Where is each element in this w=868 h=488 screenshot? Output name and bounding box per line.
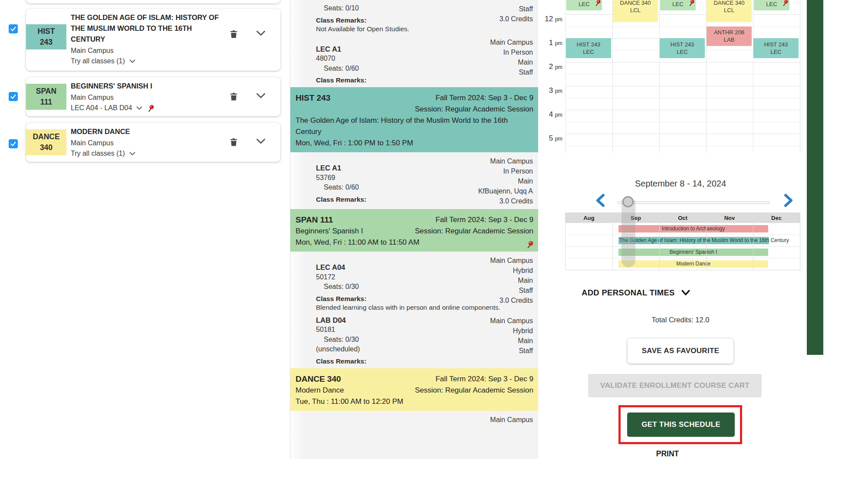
class-selection-row[interactable]: LEC A04 - LAB D04: [71, 103, 223, 113]
calendar-event[interactable]: DANCE 340LCL: [707, 0, 752, 22]
time-label: 12 pm: [538, 15, 562, 23]
timeline-month-border: [659, 213, 660, 270]
course-card[interactable]: SPAN111BEGINNERS' SPANISH IMain CampusLE…: [26, 77, 280, 116]
total-credits-label: Total Credits: 12.0: [563, 316, 798, 324]
course-summary-block[interactable]: Fall Term 2024: Sep 3 - Dec 9Session: Re…: [290, 209, 539, 252]
delete-course-button[interactable]: [229, 137, 239, 147]
timeline-course-bar: Introduction to Archaeology: [618, 225, 768, 233]
event-label-line: LAB: [724, 36, 735, 43]
section-meta-line: Staff: [500, 4, 533, 14]
calendar-event[interactable]: SPAN 111LEC: [754, 0, 789, 10]
course-badge-line: 111: [40, 97, 52, 108]
half-hour-gridline: [566, 98, 800, 98]
pushpin-icon: [594, 0, 602, 7]
pushpin-icon: [147, 104, 155, 112]
class-remarks-label: Class Remarks:: [316, 76, 366, 84]
event-label-line: DANCE 340: [714, 0, 745, 7]
class-selection-row[interactable]: Try all classes (1): [71, 56, 223, 66]
course-badge-line: SPAN: [36, 86, 56, 97]
term-dates: Fall Term 2024: Sep 3 - Dec 9: [415, 92, 533, 104]
previous-week-button[interactable]: [594, 193, 608, 208]
section-meta-line: Main: [490, 275, 533, 285]
delete-course-button[interactable]: [229, 92, 239, 102]
calendar-event[interactable]: HIST 243LEC: [566, 38, 611, 58]
event-label-line: DANCE 340: [620, 0, 651, 7]
course-badge-line: 243: [40, 37, 53, 48]
hour-gridline: [566, 62, 800, 62]
class-selection-row[interactable]: Try all classes (1): [71, 148, 223, 159]
week-slider-track[interactable]: [618, 201, 770, 204]
course-details-panel[interactable]: Staff3.0 CreditsSeats: 0/10Class Remarks…: [290, 0, 539, 459]
class-section-detail: Main CampusHybridMainStaffLAB D0450181Se…: [290, 315, 539, 366]
section-meta-line: Main Campus: [478, 156, 533, 166]
calendar-event[interactable]: HIST 243LEC: [753, 38, 799, 58]
session-label: Session: Regular Academic Session: [415, 226, 533, 237]
section-meta-right: Main CampusIn PersonMainKfBuajenn, Uqq A…: [478, 156, 533, 206]
course-badge-line: HIST: [38, 26, 55, 37]
course-summary-block[interactable]: Fall Term 2024: Sep 3 - Dec 9Session: Re…: [290, 368, 539, 411]
section-meta-line: Main: [490, 336, 533, 346]
course-card-text: BEGINNERS' SPANISH IMain CampusLEC A04 -…: [71, 81, 223, 113]
next-week-button[interactable]: [780, 193, 795, 208]
half-hour-gridline: [566, 122, 800, 122]
validate-enrollment-cart-button[interactable]: VALIDATE ENROLLMENT COURSE CART: [588, 374, 762, 397]
section-meta-right: Staff3.0 Credits: [500, 4, 533, 24]
course-card[interactable]: HIST243THE GOLDEN AGE OF ISLAM: HISTORY …: [26, 9, 280, 71]
hour-gridline: [566, 86, 800, 86]
course-title: BEGINNERS' SPANISH I: [71, 81, 223, 92]
expand-course-button[interactable]: [256, 30, 266, 41]
chevron-down-icon: [136, 106, 142, 110]
course-checkbox[interactable]: [9, 92, 18, 101]
calendar-event[interactable]: SPAN 111LEC: [566, 0, 602, 10]
course-title: MODERN DANCE: [71, 126, 223, 137]
course-badge: DANCE340: [26, 129, 66, 155]
course-meeting-times: Mon, Wed, Fri : 1:00 PM to 1:50 PM: [296, 138, 533, 149]
course-checkbox[interactable]: [9, 24, 18, 33]
section-meta-line: Main: [490, 57, 533, 67]
chevron-down-icon: [129, 59, 135, 63]
section-meta-line: KfBuajenn, Uqq A: [478, 186, 533, 196]
term-dates: Fall Term 2024: Sep 3 - Dec 9: [415, 373, 533, 385]
save-as-favourite-button[interactable]: SAVE AS FAVOURITE: [628, 338, 733, 364]
time-label: 3 pm: [538, 86, 562, 95]
pinned-indicator: [526, 240, 534, 251]
class-section-detail: Main CampusIn PersonMainStaffLEC A148070…: [290, 37, 539, 85]
course-card[interactable]: DANCE340MODERN DANCEMain CampusTry all c…: [26, 123, 280, 162]
event-label-line: LEC: [677, 48, 687, 56]
get-this-schedule-button[interactable]: GET THIS SCHEDULE: [627, 413, 735, 437]
schedule-builder-screen: HIST243THE GOLDEN AGE OF ISLAM: HISTORY …: [0, 0, 868, 488]
section-meta-line: Main Campus: [490, 316, 533, 326]
calendar-event[interactable]: DANCE 340LCL: [613, 0, 658, 22]
section-meta-line: Main: [478, 176, 533, 186]
half-hour-gridline: [566, 146, 800, 146]
chevron-down-icon: [256, 30, 266, 36]
session-label: Session: Regular Academic Session: [415, 104, 533, 115]
trash-icon: [229, 29, 239, 39]
week-slider-handle[interactable]: [622, 196, 634, 207]
event-label-line: LEC: [766, 0, 777, 8]
term-timeline: AugSepOctNovDec Introduction to Archaeol…: [565, 213, 800, 270]
pushpin-icon: [688, 0, 695, 7]
timeline-current-week-shade: [621, 200, 635, 267]
expand-course-button[interactable]: [256, 93, 266, 103]
expand-course-button[interactable]: [256, 138, 266, 149]
calendar-event[interactable]: HIST 243LEC: [660, 38, 705, 58]
class-selection-label: Try all classes (1): [71, 148, 125, 159]
print-button[interactable]: PRINT: [563, 449, 772, 459]
timeline-month-label: Sep: [612, 213, 659, 223]
section-meta-line: Staff: [490, 346, 533, 356]
event-label-line: HIST 243: [577, 41, 601, 48]
calendar-event[interactable]: ANTHR 206LAB: [707, 26, 752, 46]
section-meta-line: Hybrid: [490, 326, 533, 336]
check-icon: [10, 141, 16, 147]
class-remarks-label: Class Remarks:: [316, 196, 366, 203]
course-term-info: Fall Term 2024: Sep 3 - Dec 9Session: Re…: [415, 92, 533, 115]
section-meta-line: In Person: [490, 47, 533, 57]
course-summary-block[interactable]: Fall Term 2024: Sep 3 - Dec 9Session: Re…: [290, 87, 539, 152]
add-personal-times-button[interactable]: ADD PERSONAL TIMES: [582, 288, 690, 298]
event-label-line: LCL: [724, 7, 734, 14]
course-checkbox[interactable]: [9, 139, 18, 148]
calendar-event[interactable]: SPAN 111LEC: [660, 0, 696, 10]
event-label-line: ANTHR 206: [714, 29, 744, 36]
delete-course-button[interactable]: [229, 29, 239, 39]
